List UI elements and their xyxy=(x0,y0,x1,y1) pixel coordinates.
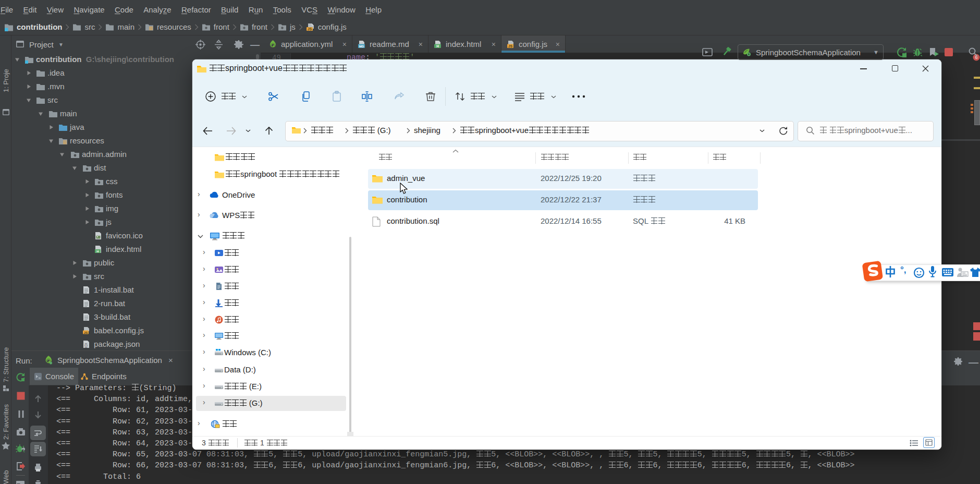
svg-text:MD: MD xyxy=(359,44,364,47)
svg-text:{}: {} xyxy=(84,343,88,348)
svg-text:H: H xyxy=(96,250,99,253)
svg-text:JS: JS xyxy=(308,27,312,31)
svg-text:H: H xyxy=(436,44,439,47)
svg-text:JS: JS xyxy=(84,331,88,334)
svg-text:JS: JS xyxy=(508,44,513,47)
